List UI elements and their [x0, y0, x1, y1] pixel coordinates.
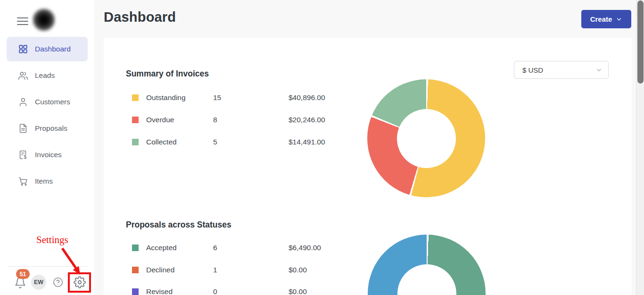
sidebar-item-leads[interactable]: Leads: [7, 63, 88, 88]
legend-count: 8: [213, 116, 217, 124]
dashboard-card: Summary of Invoices Outstanding 15 $40,8…: [104, 38, 632, 295]
user-icon: [18, 97, 28, 107]
sidebar-item-label: Items: [35, 177, 53, 185]
legend-row: Accepted 6 $6,490.00: [132, 244, 339, 253]
invoice-icon: $: [18, 150, 28, 160]
legend-label: Accepted: [146, 244, 177, 252]
settings-annotation-arrow-icon: [56, 244, 86, 277]
legend-amount: $40,896.00: [289, 93, 325, 102]
chevron-down-icon: [616, 16, 622, 23]
legend-label: Declined: [146, 266, 174, 274]
legend-amount: $6,490.00: [289, 244, 321, 252]
create-button-label: Create: [590, 15, 612, 23]
sidebar-item-customers[interactable]: Customers: [7, 90, 88, 114]
user-avatar[interactable]: EW: [31, 275, 46, 290]
legend-row: Declined 1 $0.00: [132, 266, 339, 275]
sidebar-item-invoices[interactable]: $ Invoices: [7, 143, 88, 167]
legend-amount: $0.00: [289, 287, 307, 295]
legend-swatch: [132, 94, 139, 101]
help-button[interactable]: [53, 277, 63, 287]
legend-amount: $20,246.00: [289, 116, 325, 124]
legend-amount: $14,491.00: [289, 138, 325, 146]
cart-icon: [18, 176, 28, 186]
notification-badge: 51: [16, 269, 30, 279]
vertical-scrollbar-thumb[interactable]: [637, 0, 644, 84]
app-logo[interactable]: [32, 8, 56, 32]
sidebar-item-label: Proposals: [35, 124, 67, 133]
users-icon: [18, 70, 28, 81]
sidebar: Dashboard Leads Customers Proposals $ In…: [0, 0, 94, 295]
create-button[interactable]: Create: [581, 10, 631, 28]
sidebar-item-proposals[interactable]: Proposals: [7, 116, 88, 141]
legend-row: Overdue 8 $20,246.00: [132, 116, 339, 125]
legend-label: Collected: [146, 138, 177, 146]
legend-label: Outstanding: [146, 93, 186, 102]
menu-toggle-button[interactable]: [17, 17, 28, 25]
sidebar-item-label: Leads: [35, 71, 55, 80]
page-title: Dashboard: [104, 9, 176, 25]
sidebar-item-items[interactable]: Items: [7, 169, 88, 194]
sidebar-nav: Dashboard Leads Customers Proposals $ In…: [0, 37, 94, 195]
sidebar-item-label: Invoices: [35, 151, 62, 159]
legend-count: 1: [213, 266, 217, 274]
legend-row: Revised 0 $0.00: [132, 287, 339, 295]
section-title-proposals-across-statuses: Proposals across Statuses: [126, 220, 231, 230]
legend-count: 0: [213, 287, 217, 295]
app-screen: Dashboard Leads Customers Proposals $ In…: [0, 0, 644, 295]
section-title-summary-of-invoices: Summary of Invoices: [126, 69, 209, 79]
legend-label: Revised: [146, 287, 173, 295]
sidebar-item-dashboard[interactable]: Dashboard: [7, 37, 88, 61]
legend-row: Outstanding 15 $40,896.00: [132, 93, 339, 103]
help-icon: [53, 277, 63, 287]
file-icon: [18, 123, 28, 134]
legend-count: 6: [213, 244, 217, 252]
invoices-donut-chart: [367, 79, 485, 197]
sidebar-item-label: Dashboard: [35, 45, 71, 53]
legend-amount: $0.00: [289, 266, 307, 274]
legend-swatch: [132, 244, 139, 251]
legend-row: Collected 5 $14,491.00: [132, 138, 339, 147]
vertical-scrollbar-track[interactable]: [636, 0, 644, 295]
grid-icon: [18, 44, 28, 54]
chevron-down-icon: [595, 67, 603, 74]
legend-swatch: [132, 139, 139, 145]
legend-count: 15: [213, 93, 221, 102]
legend-swatch: [132, 117, 139, 123]
legend-label: Overdue: [146, 116, 174, 124]
avatar-initials: EW: [34, 279, 43, 286]
currency-select[interactable]: $ USD: [514, 61, 609, 79]
currency-select-value: $ USD: [514, 66, 543, 74]
legend-swatch: [132, 288, 139, 295]
sidebar-item-label: Customers: [35, 98, 70, 106]
proposals-donut-chart: [368, 235, 486, 295]
svg-text:$: $: [24, 154, 26, 160]
legend-swatch: [132, 267, 139, 273]
legend-count: 5: [213, 138, 217, 146]
